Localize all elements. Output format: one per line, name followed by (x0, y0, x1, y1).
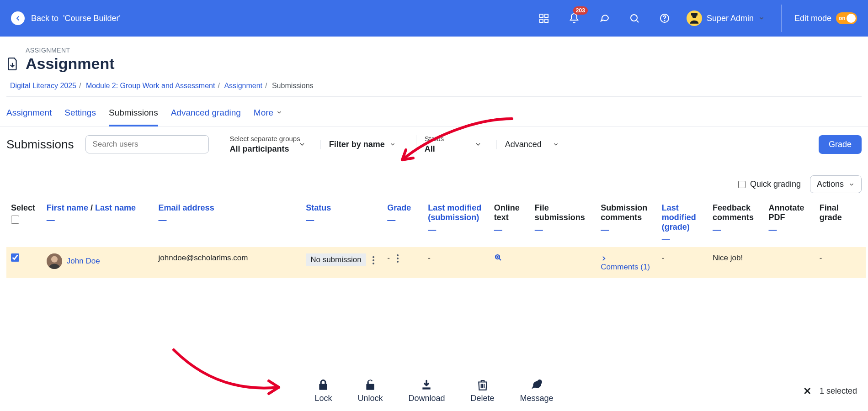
help-icon[interactable] (659, 13, 670, 24)
row-menu-icon[interactable] (373, 256, 374, 264)
assignment-icon (6, 57, 18, 71)
zoom-icon[interactable] (494, 254, 502, 263)
row-checkbox[interactable] (11, 253, 19, 262)
breadcrumb-link[interactable]: Digital Literacy 2025 (10, 82, 76, 90)
col-lm-grade: Last modified (grade) — (657, 199, 708, 247)
cell-lm-grade: - (657, 247, 708, 278)
user-name: Super Admin (707, 14, 754, 23)
col-sub-comments: Submission comments — (596, 199, 657, 247)
sort-last-name[interactable]: Last name (95, 203, 136, 212)
collapse-icon[interactable]: — (713, 225, 759, 235)
collapse-icon[interactable]: — (662, 235, 703, 244)
collapse-icon[interactable]: — (159, 216, 297, 225)
collapse-icon[interactable]: — (535, 225, 592, 235)
tab-settings[interactable]: Settings (64, 105, 96, 126)
table-toolbar: Quick grading Actions (0, 166, 868, 199)
message-icon (531, 379, 543, 391)
chevron-down-icon (553, 141, 559, 148)
col-lm-sub: Last modified (submission) — (423, 199, 490, 247)
collapse-icon[interactable]: — (387, 216, 419, 225)
user-menu[interactable]: Super Admin (687, 11, 765, 26)
cell-feedback: Nice job! (708, 247, 764, 278)
svg-rect-1 (545, 14, 548, 17)
lock-action[interactable]: Lock (314, 379, 332, 403)
toggle-switch[interactable]: on (836, 12, 857, 24)
page-header: ASSIGNMENT Assignment (0, 37, 868, 77)
sort-status[interactable]: Status (306, 203, 331, 212)
select-all-checkbox[interactable] (11, 216, 19, 224)
collapse-icon[interactable]: — (306, 216, 378, 225)
col-grade: Grade — (383, 199, 423, 247)
cell-file-sub (530, 247, 596, 278)
col-feedback: Feedback comments — (708, 199, 764, 247)
collapse-icon[interactable]: — (768, 225, 810, 235)
comments-link[interactable]: Comments (1) (601, 253, 650, 271)
delete-action[interactable]: Delete (471, 379, 495, 403)
svg-point-10 (51, 256, 58, 263)
sort-email[interactable]: Email address (159, 203, 214, 212)
col-status: Status — (301, 199, 383, 247)
tab-more[interactable]: More (254, 105, 282, 126)
status-badge: No submission (306, 253, 366, 266)
status-filter[interactable]: Status All (416, 135, 485, 154)
col-select: Select (6, 199, 42, 247)
svg-rect-0 (540, 14, 543, 17)
back-arrow-icon[interactable] (11, 11, 25, 25)
sort-lm-grade[interactable]: Last modified (grade) (662, 203, 696, 232)
section-title: Submissions (6, 137, 74, 152)
page-title: Assignment (26, 55, 115, 73)
chat-icon[interactable] (599, 13, 610, 24)
collapse-icon[interactable]: — (601, 225, 652, 235)
chevron-down-icon (276, 109, 282, 116)
name-filter[interactable]: Filter by name (320, 140, 404, 149)
cell-status: No submission (301, 247, 383, 278)
cell-comments: Comments (1) (596, 247, 657, 278)
collapse-icon[interactable]: — (47, 216, 149, 225)
submissions-table-wrap: Select First name / Last name — Email ad… (0, 199, 868, 278)
search-icon[interactable] (629, 13, 640, 24)
submissions-table: Select First name / Last name — Email ad… (6, 199, 866, 278)
breadcrumb-link[interactable]: Module 2: Group Work and Assessment (86, 82, 215, 90)
bulk-action-bar: Lock Unlock Download Delete Message ✕ 1 … (0, 371, 868, 411)
col-annotate: Annotate PDF — (764, 199, 815, 247)
advanced-filter[interactable]: Advanced (496, 140, 567, 149)
grade-button[interactable]: Grade (819, 135, 862, 154)
message-action[interactable]: Message (520, 379, 554, 403)
cell-lm-sub: - (423, 247, 490, 278)
col-file-sub: File submissions — (530, 199, 596, 247)
tab-advanced-grading[interactable]: Advanced grading (171, 105, 241, 126)
bell-icon[interactable]: 203 (569, 13, 580, 24)
grade-menu-icon[interactable] (397, 254, 399, 263)
tab-submissions[interactable]: Submissions (109, 105, 158, 126)
collapse-icon[interactable]: — (428, 225, 485, 235)
chevron-down-icon (298, 141, 306, 148)
download-action[interactable]: Download (408, 379, 445, 403)
apps-icon[interactable] (538, 13, 549, 24)
unlock-action[interactable]: Unlock (357, 379, 383, 403)
group-filter[interactable]: Select separate groups All participants (221, 135, 308, 154)
actions-dropdown[interactable]: Actions (810, 175, 862, 193)
svg-rect-3 (545, 19, 548, 22)
cell-annotate (764, 247, 815, 278)
collapse-icon[interactable]: — (494, 225, 526, 235)
table-row: John Doe johndoe@scholarlms.com No submi… (6, 247, 866, 278)
close-icon[interactable]: ✕ (803, 385, 811, 397)
search-input[interactable] (92, 140, 202, 149)
top-bar: Back to 'Course Builder' 203 Super Admin… (0, 0, 868, 37)
sort-grade[interactable]: Grade (387, 203, 411, 212)
chevron-down-icon (758, 15, 765, 21)
col-final: Final grade (815, 199, 866, 247)
user-name-link[interactable]: John Doe (67, 257, 100, 266)
edit-mode-toggle[interactable]: Edit mode on (794, 12, 857, 24)
chevron-down-icon (474, 141, 482, 148)
breadcrumb-link[interactable]: Assignment (224, 82, 262, 90)
quick-grading-checkbox[interactable]: Quick grading (738, 179, 801, 189)
sort-first-name[interactable]: First name (47, 203, 88, 212)
tab-assignment[interactable]: Assignment (6, 105, 52, 126)
back-link[interactable]: Back to 'Course Builder' (11, 11, 121, 25)
page-eyebrow: ASSIGNMENT (26, 47, 115, 54)
table-header-row: Select First name / Last name — Email ad… (6, 199, 866, 247)
sort-lm-sub[interactable]: Last modified (submission) (428, 203, 481, 222)
download-icon (421, 379, 432, 391)
chevron-down-icon (848, 181, 855, 188)
